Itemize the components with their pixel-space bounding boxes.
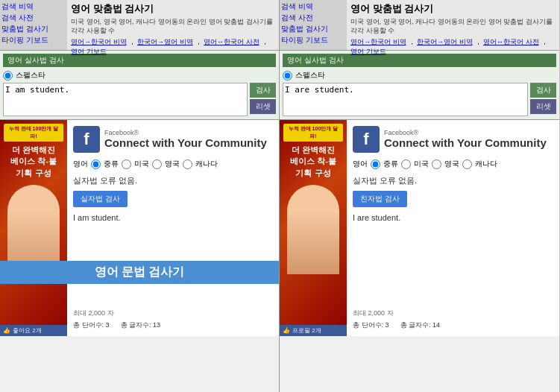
- lang-radio-jung-left[interactable]: [91, 159, 101, 169]
- thumbs-up-icon-right: 👍: [283, 327, 290, 334]
- fb-tagline-right: Connect with Your Community: [384, 136, 547, 150]
- no-error-right: 실자법 오류 없음.: [353, 175, 553, 186]
- sublink4-right[interactable]: 영어 기보드: [350, 48, 386, 55]
- lang-radio-us-left[interactable]: [122, 159, 131, 169]
- btn-submit-right[interactable]: 친자법 검사: [353, 191, 407, 207]
- lang-radio-row-left: 영어 중류 미국 영국 캐나다: [73, 159, 273, 169]
- no-error-left: 실자법 오류 없음.: [73, 175, 273, 186]
- sublink2-right[interactable]: 한국어→영어 비역: [417, 38, 473, 45]
- fb-header-left: f Facebook® Connect with Your Community: [73, 126, 273, 153]
- sublink4-left[interactable]: 영어 기보드: [71, 48, 107, 55]
- fb-header-right: f Facebook® Connect with Your Community: [353, 126, 553, 153]
- fb-logo-right: f: [353, 126, 380, 153]
- link-search-dict-left[interactable]: 검색 사전: [1, 13, 66, 23]
- lang-label-left: 영어: [73, 159, 88, 169]
- lang-radio-row-right: 영어 중류 미국 영국 캐나다: [353, 159, 553, 169]
- ad-area-right: 누적 판매 100만개 달파! 더 완벽해진베이스 착-붙기획 구성 👍 프로필…: [280, 120, 559, 336]
- radio-label-left: 스펠스타: [16, 70, 45, 80]
- sublink1-right[interactable]: 영어→한국어 비역: [350, 38, 406, 45]
- stats-row-left: 총 단어수: 3 총 글자수: 13: [73, 320, 273, 330]
- sublink3-right[interactable]: 영어↔한국어 사전: [483, 38, 539, 45]
- textarea-row-right: I are student. 검사 리셋: [283, 83, 556, 116]
- lang-uk-left: 영국: [165, 159, 180, 169]
- sublink1-left[interactable]: 영어→한국어 비역: [71, 38, 127, 45]
- checker-textarea-right[interactable]: I are student.: [283, 83, 528, 116]
- banner-desc-right: 미국 영어, 영국 영어, 캐나다 영어동의 온라인 영어 맞춤법 검사기를 각…: [350, 18, 556, 35]
- radio-row-left: 스펠스타: [3, 70, 276, 80]
- book-title-left: 더 완벽해진베이스 착-붙기획 구성: [10, 145, 57, 179]
- ad-book-inner-right: 누적 판매 100만개 달파! 더 완벽해진베이스 착-붙기획 구성: [280, 120, 347, 336]
- btn-reset-left[interactable]: 리셋: [250, 99, 276, 114]
- lang-uk-right: 영국: [444, 159, 459, 169]
- lang-radio-ca-left[interactable]: [183, 159, 192, 169]
- stats-words-left: 총 단어수: 3: [73, 320, 110, 330]
- submit-row-right: 친자법 검사: [353, 191, 553, 207]
- min-chars-left: 최대 2,000 자: [73, 309, 273, 318]
- link-search-translate-left[interactable]: 검색 비역: [1, 1, 66, 12]
- banner-title-left: 영어 맞춤법 검사기: [71, 2, 275, 16]
- checker-section-left: 영어 실사법 검사 스펠스타 I am student. 검사 리셋: [0, 51, 279, 120]
- sublink3-left[interactable]: 영어↔한국어 사전: [204, 38, 259, 45]
- radio-row-right: 스펠스타: [283, 70, 556, 80]
- fb-content-left: f Facebook® Connect with Your Community …: [67, 120, 279, 336]
- lang-radio-jung-right[interactable]: [371, 159, 380, 169]
- like-bar-left[interactable]: 👍 좋아요 2개: [0, 325, 67, 336]
- sublink2-left[interactable]: 한국어→영어 비역: [137, 38, 193, 45]
- fb-content-right: f Facebook® Connect with Your Community …: [347, 120, 559, 336]
- banner-right-left: 영어 맞춤법 검사기 미국 영어, 영국 영어, 캐나다 영어동의 온라인 영어…: [67, 0, 279, 50]
- top-banner-left: 검색 비역 검색 사전 맞춤법 검사기 타이핑 기보드 영어 맞춤법 검사기 미…: [0, 0, 279, 51]
- ad-book-inner-left: 누적 판매 100만개 달파! 더 완벽해진베이스 착-붙기획 구성: [0, 120, 67, 336]
- like-count-left: 좋아요 2개: [13, 326, 42, 335]
- radio-spellstar-right[interactable]: [283, 71, 292, 80]
- ad-book-left: 누적 판매 100만개 달파! 더 완벽해진베이스 착-붙기획 구성 👍 좋아요…: [0, 120, 67, 336]
- like-bar-right[interactable]: 👍 프로필 2개: [280, 325, 347, 336]
- lang-jung-right: 중류: [383, 159, 398, 169]
- stats-words-right: 총 단어수: 3: [353, 320, 389, 330]
- banner-links-right: 영어→한국어 비역， 한국어→영어 비역， 영어↔한국어 사전， 영어 기보드: [350, 37, 556, 57]
- book-person-right: [287, 185, 339, 274]
- book-badge-right: 누적 판매 100만개 달파!: [283, 124, 343, 142]
- btn-check-right[interactable]: 검사: [530, 83, 556, 98]
- link-typing-right[interactable]: 타이핑 기보드: [281, 35, 345, 45]
- lang-radio-us-right[interactable]: [401, 159, 411, 169]
- lang-radio-ca-right[interactable]: [462, 159, 472, 169]
- sidebar-links-right: 검색 비역 검색 사전 맞춤법 검사기 타이핑 기보드: [280, 0, 347, 50]
- radio-label-right: 스펠스타: [295, 70, 325, 80]
- fb-tagline-left: Connect with Your Community: [104, 136, 267, 150]
- textarea-row-left: I am student. 검사 리셋: [3, 83, 276, 116]
- lang-label-right: 영어: [353, 159, 368, 169]
- lang-us-left: 미국: [134, 159, 149, 169]
- lang-radio-uk-left[interactable]: [152, 159, 162, 169]
- btn-submit-left[interactable]: 실자법 검사: [73, 191, 128, 207]
- submit-row-left: 실자법 검사: [73, 191, 273, 207]
- fb-logo-left: f: [73, 126, 100, 153]
- lang-jung-left: 중류: [104, 159, 119, 169]
- banner-right-right: 영어 맞춤법 검사기 미국 영어, 영국 영어, 캐나다 영어동의 온라인 영어…: [347, 0, 559, 50]
- link-search-dict-right[interactable]: 검색 사전: [281, 13, 345, 23]
- blue-banner-left: 영어 문법 검사기: [0, 261, 279, 284]
- btn-col-right: 검사 리셋: [530, 83, 556, 116]
- btn-reset-right[interactable]: 리셋: [530, 99, 556, 114]
- btn-check-left[interactable]: 검사: [250, 83, 276, 98]
- result-text-right: I are student.: [353, 213, 553, 222]
- thumbs-up-icon-left: 👍: [3, 327, 10, 334]
- fb-brand-right: Facebook®: [384, 129, 547, 136]
- link-typing-left[interactable]: 타이핑 기보드: [1, 35, 66, 45]
- right-panel: 검색 비역 검색 사전 맞춤법 검사기 타이핑 기보드 영어 맞춤법 검사기 미…: [280, 0, 559, 392]
- stats-row-right: 총 단어수: 3 총 글자수: 14: [353, 320, 553, 330]
- lang-ca-right: 캐나다: [475, 159, 497, 169]
- radio-spellstar-left[interactable]: [3, 71, 13, 80]
- left-panel: 검색 비역 검색 사전 맞춤법 검사기 타이핑 기보드 영어 맞춤법 검사기 미…: [0, 0, 280, 392]
- banner-desc-left: 미국 영어, 영국 영어, 캐나다 영어동의 온라인 영어 맞춤법 검사기를 각…: [71, 18, 275, 35]
- btn-col-left: 검사 리셋: [250, 83, 276, 116]
- min-chars-right: 최대 2,000 자: [353, 309, 553, 318]
- checker-textarea-left[interactable]: I am student.: [3, 83, 248, 116]
- book-title-right: 더 완벽해진베이스 착-붙기획 구성: [290, 145, 336, 179]
- link-search-translate-right[interactable]: 검색 비역: [281, 1, 345, 12]
- fb-info-left: Facebook® Connect with Your Community: [104, 129, 267, 150]
- link-spell-check-left[interactable]: 맞춤법 검사기: [1, 24, 66, 34]
- ad-book-right: 누적 판매 100만개 달파! 더 완벽해진베이스 착-붙기획 구성 👍 프로필…: [280, 120, 347, 336]
- lang-ca-left: 캐나다: [195, 159, 218, 169]
- lang-radio-uk-right[interactable]: [432, 159, 441, 169]
- link-spell-check-right[interactable]: 맞춤법 검사기: [281, 24, 345, 34]
